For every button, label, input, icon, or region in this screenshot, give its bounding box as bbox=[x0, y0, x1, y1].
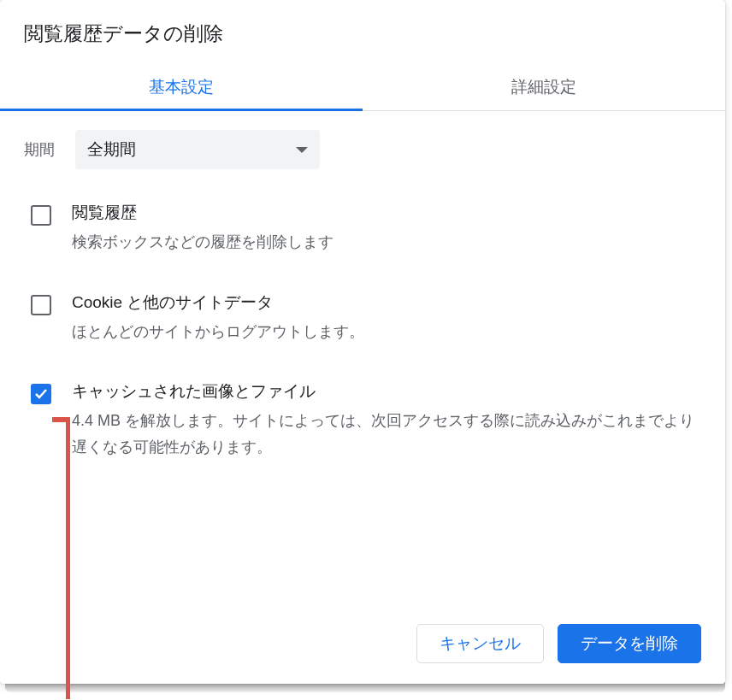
option-title: 閲覧履歴 bbox=[72, 202, 701, 224]
option-cookies: Cookie と他のサイトデータ ほとんどのサイトからログアウトします。 bbox=[24, 291, 701, 345]
annotation-line bbox=[66, 422, 70, 699]
time-range-value: 全期間 bbox=[87, 138, 136, 161]
dialog-body: 期間 全期間 閲覧履歴 検索ボックスなどの履歴を削除します Cookie と他の… bbox=[0, 111, 725, 609]
time-range-label: 期間 bbox=[24, 139, 55, 160]
time-range-row: 期間 全期間 bbox=[24, 130, 701, 169]
checkbox-browsing-history[interactable] bbox=[31, 205, 51, 226]
option-texts: Cookie と他のサイトデータ ほとんどのサイトからログアウトします。 bbox=[72, 291, 701, 345]
tab-basic[interactable]: 基本設定 bbox=[0, 64, 363, 110]
delete-data-button[interactable]: データを削除 bbox=[558, 624, 701, 663]
option-desc: 4.4 MB を解放します。サイトによっては、次回アクセスする際に読み込みがこれ… bbox=[72, 408, 701, 460]
chevron-down-icon bbox=[296, 147, 308, 153]
time-range-select[interactable]: 全期間 bbox=[75, 130, 320, 169]
option-texts: キャッシュされた画像とファイル 4.4 MB を解放します。サイトによっては、次… bbox=[72, 380, 701, 460]
option-texts: 閲覧履歴 検索ボックスなどの履歴を削除します bbox=[72, 202, 701, 256]
option-browsing-history: 閲覧履歴 検索ボックスなどの履歴を削除します bbox=[24, 202, 701, 256]
option-title: キャッシュされた画像とファイル bbox=[72, 380, 701, 403]
option-cached-images: キャッシュされた画像とファイル 4.4 MB を解放します。サイトによっては、次… bbox=[24, 380, 701, 460]
tabs-container: 基本設定 詳細設定 bbox=[0, 64, 725, 111]
option-desc: 検索ボックスなどの履歴を削除します bbox=[72, 229, 701, 256]
option-desc: ほとんどのサイトからログアウトします。 bbox=[72, 319, 701, 345]
checkbox-cookies[interactable] bbox=[31, 295, 51, 315]
checkbox-cached-images[interactable] bbox=[31, 384, 51, 404]
cancel-button[interactable]: キャンセル bbox=[416, 624, 544, 663]
dialog-footer: キャンセル データを削除 bbox=[0, 609, 725, 684]
option-title: Cookie と他のサイトデータ bbox=[72, 291, 701, 314]
dialog-title: 閲覧履歴データの削除 bbox=[0, 0, 725, 64]
clear-browsing-data-dialog: 閲覧履歴データの削除 基本設定 詳細設定 期間 全期間 閲覧履歴 検索ボックスな… bbox=[0, 0, 725, 684]
tab-advanced[interactable]: 詳細設定 bbox=[363, 64, 725, 110]
